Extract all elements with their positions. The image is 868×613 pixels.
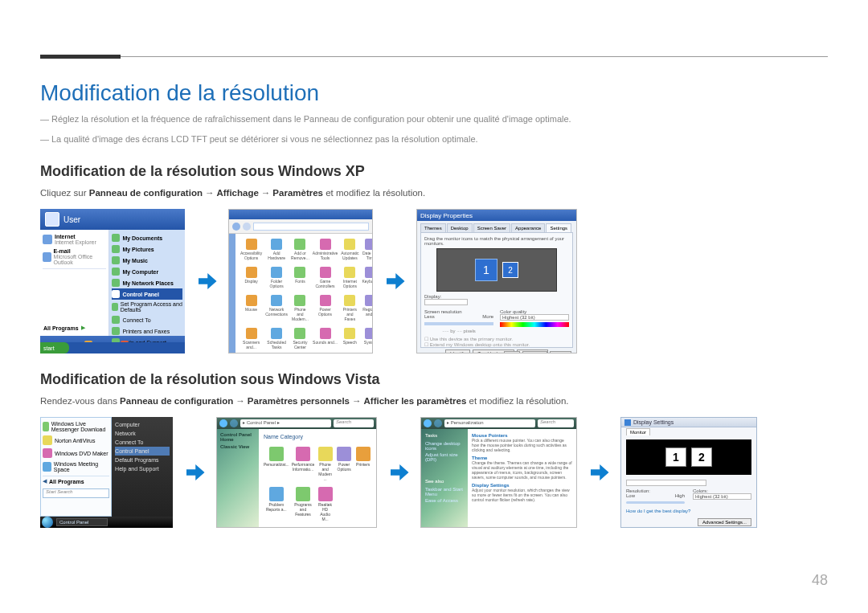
cp-item[interactable]: Printers and Faxes bbox=[341, 295, 358, 321]
cp-item[interactable]: Folder Options bbox=[265, 267, 288, 288]
cp-item[interactable]: Automatic Updates bbox=[341, 239, 358, 260]
forward-icon[interactable] bbox=[230, 419, 238, 427]
cp-item[interactable]: Add or Remove... bbox=[291, 239, 309, 260]
start-button[interactable]: start bbox=[40, 342, 69, 353]
monitor-2[interactable]: 2 bbox=[502, 262, 518, 278]
address-bar[interactable]: ▸ Control Panel ▸ bbox=[240, 419, 331, 427]
cp-item[interactable]: Scanners and... bbox=[240, 328, 262, 349]
color-quality-dropdown[interactable]: Highest (32 bit) bbox=[500, 314, 569, 321]
arrow-right-icon bbox=[383, 269, 407, 293]
change-icons-link[interactable]: Change desktop icons bbox=[425, 440, 464, 452]
back-icon[interactable] bbox=[424, 419, 432, 427]
monitor-2[interactable]: 2 bbox=[691, 447, 712, 467]
forward-icon[interactable] bbox=[434, 419, 442, 427]
start-search-input[interactable]: Start Search bbox=[43, 488, 109, 498]
cp-item[interactable]: Realtek HD Audio M... bbox=[317, 487, 334, 522]
monitor-1[interactable]: 1 bbox=[475, 259, 497, 281]
all-programs[interactable]: All Programs bbox=[43, 325, 79, 331]
user-avatar-icon bbox=[45, 212, 59, 227]
cp-item[interactable]: Performance Informatio... bbox=[292, 447, 315, 482]
control-panel-item[interactable]: Control Panel bbox=[115, 447, 170, 456]
folder-icon bbox=[112, 245, 120, 253]
cp-item[interactable]: Add Hardware bbox=[265, 239, 288, 260]
cp-item[interactable]: System bbox=[362, 328, 373, 349]
ok-button[interactable]: OK bbox=[504, 351, 521, 353]
advanced-settings-button[interactable]: Advanced Settings... bbox=[698, 518, 751, 526]
cp-item[interactable]: Speech bbox=[341, 328, 358, 349]
tasks-header: Tasks bbox=[425, 433, 464, 438]
address-bar[interactable] bbox=[253, 223, 369, 231]
screenshot-xp-start-menu: User InternetInternet Explorer E-mailMic… bbox=[40, 209, 185, 353]
section-tab-marker bbox=[40, 55, 121, 59]
resolution-slider[interactable] bbox=[424, 322, 493, 325]
cp-item[interactable]: Fonts bbox=[291, 267, 309, 288]
folder-icon bbox=[112, 256, 120, 264]
mail-icon bbox=[43, 252, 51, 262]
help-link[interactable]: How do I get the best display? bbox=[621, 507, 756, 515]
computer-icon bbox=[112, 268, 120, 276]
monitor-arrangement[interactable]: 1 2 bbox=[626, 439, 751, 475]
taskbar-item[interactable]: Control Panel bbox=[56, 518, 108, 526]
cp-item[interactable]: Display bbox=[240, 267, 262, 288]
tab-screensaver[interactable]: Screen Saver bbox=[473, 223, 510, 232]
search-input[interactable]: Search bbox=[334, 419, 374, 427]
monitor-icon bbox=[624, 419, 631, 426]
display-dropdown[interactable] bbox=[424, 299, 468, 305]
adjust-dpi-link[interactable]: Adjust font size (DPI) bbox=[425, 452, 464, 463]
cp-item[interactable]: Game Controllers bbox=[313, 267, 338, 288]
meeting-icon bbox=[43, 462, 51, 472]
tab-settings[interactable]: Settings bbox=[546, 223, 571, 232]
cp-item[interactable]: Keyboard bbox=[362, 267, 373, 288]
color-spectrum bbox=[500, 322, 569, 327]
user-name: User bbox=[63, 215, 80, 224]
start-orb-icon[interactable] bbox=[42, 517, 53, 528]
cp-item[interactable]: Mouse bbox=[240, 295, 262, 321]
cp-item[interactable]: Power Options bbox=[313, 295, 338, 321]
tab-appearance[interactable]: Appearance bbox=[511, 223, 545, 232]
resolution-slider[interactable] bbox=[626, 501, 685, 504]
all-programs[interactable]: All Programs bbox=[49, 479, 84, 484]
cp-item[interactable]: Date and Time bbox=[362, 239, 373, 260]
vista-screenshot-row: Windows Live Messenger Download Norton A… bbox=[40, 417, 828, 528]
back-icon[interactable] bbox=[232, 223, 240, 231]
page-title: Modification de la résolution bbox=[40, 80, 828, 106]
control-panel-item[interactable]: Control Panel bbox=[122, 292, 159, 297]
monitor-arrangement[interactable]: 1 2 bbox=[436, 248, 557, 292]
cp-item[interactable]: Administrative Tools bbox=[313, 239, 338, 260]
search-input[interactable]: Search bbox=[538, 419, 574, 427]
cp-item[interactable]: Programs and Features bbox=[292, 487, 315, 522]
cp-item[interactable]: Regional and... bbox=[362, 295, 373, 321]
screenshot-vista-personalization: ▸ Personalization Search Tasks Change de… bbox=[420, 417, 577, 528]
forward-icon[interactable] bbox=[243, 223, 251, 231]
extend-desktop-checkbox[interactable]: Extend my Windows desktop onto this moni… bbox=[430, 342, 530, 347]
cp-item[interactable]: Network Connections bbox=[265, 295, 288, 321]
cp-item[interactable]: Phone and Modem... bbox=[291, 295, 309, 321]
address-bar[interactable]: ▸ Personalization bbox=[444, 419, 535, 427]
tab-monitor[interactable]: Monitor bbox=[626, 428, 650, 435]
cp-item[interactable]: Phone and Modem ... bbox=[317, 447, 334, 482]
classic-view-link[interactable]: Classic View bbox=[220, 444, 256, 449]
cancel-button[interactable]: Cancel bbox=[522, 351, 547, 353]
cp-item[interactable]: Scheduled Tasks bbox=[265, 328, 288, 349]
note-1: ―Réglez la résolution et la fréquence de… bbox=[40, 112, 828, 126]
cp-item[interactable]: Problem Reports a... bbox=[264, 487, 289, 522]
instruction-vista: Rendez-vous dans Panneau de configuratio… bbox=[40, 396, 828, 406]
cp-item[interactable]: Power Options bbox=[336, 447, 353, 482]
tab-desktop[interactable]: Desktop bbox=[447, 223, 473, 232]
heading-xp: Modification de la résolution sous Windo… bbox=[40, 163, 828, 180]
monitor-1[interactable]: 1 bbox=[665, 447, 686, 467]
display-dropdown[interactable] bbox=[626, 480, 706, 486]
cp-item[interactable]: Sounds and... bbox=[313, 328, 338, 349]
cp-home-link[interactable]: Control Panel Home bbox=[220, 432, 256, 442]
cp-item[interactable]: Internet Options bbox=[341, 267, 358, 288]
cp-item[interactable]: Printers bbox=[354, 447, 371, 482]
arrow-right-icon bbox=[182, 460, 207, 484]
back-icon[interactable] bbox=[219, 419, 227, 427]
cp-item[interactable]: Personalizat... bbox=[264, 447, 289, 482]
cp-item[interactable]: Accessibility Options bbox=[240, 239, 262, 260]
dialog-title: Display Properties bbox=[420, 212, 473, 219]
cp-item[interactable]: Security Center bbox=[291, 328, 309, 349]
apply-button[interactable]: Apply bbox=[550, 351, 571, 353]
tab-themes[interactable]: Themes bbox=[420, 223, 446, 232]
colors-dropdown[interactable]: Highest (32 bit) bbox=[693, 493, 751, 500]
